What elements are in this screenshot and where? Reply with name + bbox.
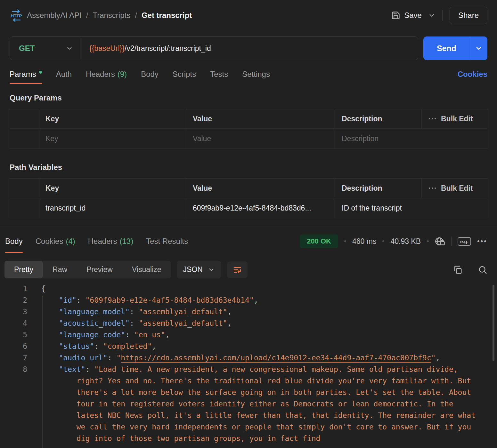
code-line: 6"status": "completed",: [0, 340, 497, 352]
value-column-header: Value: [186, 179, 335, 198]
query-params-table: Key Value Description Bulk Edit Key Valu…: [10, 109, 487, 149]
line-number: 7: [0, 352, 27, 364]
wrap-lines-button[interactable]: [227, 261, 248, 278]
save-options-button[interactable]: [428, 12, 435, 19]
path-variable-value-input[interactable]: 609f9ab9-e12e-4af5-8484-bd83d6...: [186, 198, 335, 218]
bulk-edit-button[interactable]: Bulk Edit: [421, 109, 487, 128]
response-view-switch: Pretty Raw Preview Visualize: [4, 261, 171, 278]
key-column-header: Key: [39, 179, 186, 198]
postman-app: HTTP AssemblyAI API / Transcripts / Get …: [0, 0, 497, 448]
method-select[interactable]: GET: [10, 37, 80, 60]
cookies-link[interactable]: Cookies: [458, 70, 487, 84]
send-options-button[interactable]: [470, 36, 487, 60]
bulk-edit-dots-icon: [428, 117, 436, 120]
response-tab-test-results[interactable]: Test Results: [146, 237, 188, 253]
line-content: "acoustic_model": "assemblyai_default",: [27, 317, 497, 329]
tab-scripts[interactable]: Scripts: [173, 70, 196, 84]
svg-text:HTTP: HTTP: [11, 13, 22, 18]
line-number: 1: [0, 283, 27, 294]
response-toolbar: Pretty Raw Preview Visualize JSON: [0, 255, 497, 278]
tab-settings[interactable]: Settings: [242, 70, 270, 84]
response-tabs: Body Cookies(4) Headers(13) Test Results: [5, 237, 188, 253]
params-modified-dot: [39, 71, 42, 74]
line-number: 2: [0, 294, 27, 306]
response-time: 460 ms: [352, 237, 376, 246]
path-variable-key-input[interactable]: transcript_id: [39, 198, 186, 218]
code-line: 5"language_code": "en_us",: [0, 329, 497, 340]
breadcrumb-folder[interactable]: Transcripts: [93, 11, 130, 20]
url-input[interactable]: {{baseUrl}}/v2/transcript/:transcript_id: [80, 44, 211, 53]
view-tab-preview[interactable]: Preview: [77, 261, 122, 278]
path-variables-table: Key Value Description Bulk Edit transcri…: [10, 178, 487, 218]
code-line: 2"id": "609f9ab9-e12e-4af5-8484-bd83d63e…: [0, 294, 497, 306]
row-checkbox-cell: [10, 128, 39, 148]
response-size: 40.93 KB: [390, 237, 421, 246]
dot-separator: [427, 240, 429, 242]
search-icon: [478, 265, 487, 275]
line-number: 5: [0, 329, 27, 340]
line-content: "id": "609f9ab9-e12e-4af5-8484-bd83d63e4…: [27, 294, 497, 306]
breadcrumb-collection[interactable]: AssemblyAI API: [27, 11, 82, 20]
code-line: 1{: [0, 283, 497, 294]
copy-response-button[interactable]: [453, 265, 462, 275]
response-more-options-button[interactable]: •••: [477, 237, 487, 245]
network-info-button[interactable]: [435, 236, 445, 246]
line-content: "language_model": "assemblyai_default",: [27, 306, 497, 317]
query-param-key-input[interactable]: Key: [39, 128, 186, 148]
tab-headers[interactable]: Headers(9): [86, 70, 127, 84]
breadcrumb-separator: /: [135, 11, 137, 20]
query-param-value-input[interactable]: Value: [186, 128, 335, 148]
response-body-code[interactable]: 1{2"id": "609f9ab9-e12e-4af5-8484-bd83d6…: [0, 283, 497, 448]
save-as-example-button[interactable]: e.g.: [458, 237, 471, 246]
save-label: Save: [404, 11, 422, 20]
send-label: Send: [423, 36, 470, 60]
view-tab-visualize[interactable]: Visualize: [122, 261, 171, 278]
audio-url-link[interactable]: https://cdn.assemblyai.com/upload/c14e90…: [121, 354, 431, 362]
response-tab-cookies[interactable]: Cookies(4): [36, 237, 75, 253]
status-badge: 200 OK: [300, 235, 338, 248]
tab-params[interactable]: Params: [10, 70, 42, 84]
path-variable-description-input[interactable]: ID of the transcript: [335, 198, 487, 218]
scrollbar-thumb[interactable]: [493, 285, 494, 361]
tab-tests[interactable]: Tests: [210, 70, 228, 84]
url-box: GET {{baseUrl}}/v2/transcript/:transcrip…: [10, 36, 418, 60]
breadcrumb-request-title: Get transcript: [142, 11, 192, 20]
line-number: 6: [0, 340, 27, 352]
http-request-icon: HTTP: [10, 9, 23, 22]
code-line: 7"audio_url": "https://cdn.assemblyai.co…: [0, 352, 497, 364]
request-bar: GET {{baseUrl}}/v2/transcript/:transcrip…: [0, 31, 497, 60]
tab-auth[interactable]: Auth: [56, 70, 72, 84]
line-number: 8: [0, 364, 27, 444]
response-pane: Body Cookies(4) Headers(13) Test Results…: [0, 227, 497, 448]
topbar: HTTP AssemblyAI API / Transcripts / Get …: [0, 0, 497, 31]
share-button[interactable]: Share: [450, 7, 487, 24]
description-column-header: Description: [335, 179, 421, 198]
response-tab-body[interactable]: Body: [5, 237, 23, 253]
response-format-select[interactable]: JSON: [177, 261, 221, 278]
save-button[interactable]: Save: [391, 11, 422, 20]
query-param-description-input[interactable]: Description: [335, 128, 487, 148]
search-response-button[interactable]: [478, 265, 487, 275]
code-lines: 1{2"id": "609f9ab9-e12e-4af5-8484-bd83d6…: [0, 283, 497, 444]
view-tab-pretty[interactable]: Pretty: [4, 261, 43, 278]
line-content: {: [27, 283, 497, 294]
response-meta: 200 OK 460 ms 40.93 KB e.g. •••: [300, 235, 487, 255]
response-tab-headers[interactable]: Headers(13): [88, 237, 133, 253]
bulk-edit-dots-icon: [428, 187, 436, 190]
key-column-header: Key: [39, 109, 186, 128]
topbar-actions: Save Share: [391, 7, 487, 24]
divider: [442, 10, 443, 21]
chevron-down-icon: [428, 12, 435, 19]
chevron-down-icon: [66, 45, 73, 52]
query-params-title: Query Params: [10, 93, 487, 102]
value-column-header: Value: [186, 109, 335, 128]
bulk-edit-button[interactable]: Bulk Edit: [421, 179, 487, 198]
line-content: "audio_url": "https://cdn.assemblyai.com…: [27, 352, 497, 364]
url-variable: {{baseUrl}}: [89, 44, 125, 52]
view-tab-raw[interactable]: Raw: [43, 261, 77, 278]
breadcrumb: AssemblyAI API / Transcripts / Get trans…: [27, 11, 192, 20]
send-button[interactable]: Send: [423, 36, 487, 60]
tab-body[interactable]: Body: [141, 70, 159, 84]
line-content: "status": "completed",: [27, 340, 497, 352]
copy-icon: [453, 265, 462, 275]
